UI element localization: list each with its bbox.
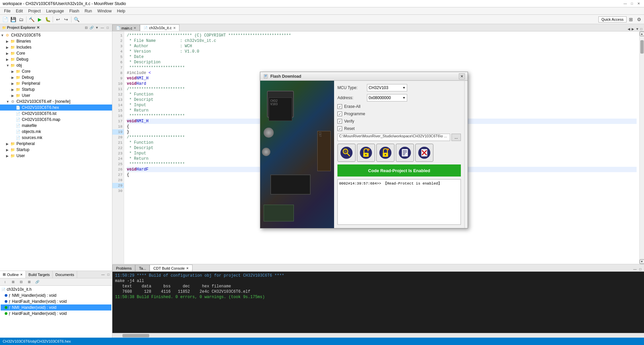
search-read-btn[interactable]	[337, 144, 356, 162]
quick-access-button[interactable]: Quick Access	[598, 16, 627, 22]
tree-peripheral[interactable]: ▶ 📁 Peripheral	[0, 141, 112, 147]
tab-ch32v10x-it-close[interactable]: ✕	[173, 26, 176, 30]
address-select[interactable]: 0x08000000 ▼	[367, 94, 407, 101]
tree-makefile[interactable]: 📄 makefile	[0, 123, 112, 129]
verify-row[interactable]: Verify	[337, 119, 461, 124]
tree-sources-mk[interactable]: 📄 sources.mk	[0, 135, 112, 141]
tab-cdt-build[interactable]: CDT Build Console ✕	[150, 265, 192, 271]
tab-main-c[interactable]: 📄 main.c ✕	[112, 24, 140, 31]
tab-tasks[interactable]: Ta...	[135, 265, 150, 271]
editor-maximize[interactable]: □	[640, 27, 643, 31]
outline-nmi-handler[interactable]: ƒ NMI_Handler(void) : void	[1, 292, 111, 298]
menu-run[interactable]: Run	[82, 8, 95, 14]
tab-cdt-close[interactable]: ✕	[186, 267, 189, 270]
panel-menu-btn[interactable]: ▼	[95, 25, 99, 30]
panel-maximize-btn[interactable]: □	[105, 25, 110, 30]
toolbar-redo[interactable]: ↪	[62, 16, 70, 23]
outline-filter-btn[interactable]: ⊞	[9, 278, 17, 286]
outline-sort-btn[interactable]: ↕	[1, 278, 9, 286]
erase-all-row[interactable]: Erase-All	[337, 104, 461, 109]
toolbar-settings[interactable]: ⚙	[635, 16, 643, 23]
tab-problems[interactable]: Problems	[112, 265, 135, 271]
panel-collapse-btn[interactable]: ⊟	[84, 25, 89, 30]
lock-open-btn[interactable]	[357, 144, 375, 162]
tree-obj[interactable]: ▼ 📁 obj	[0, 62, 112, 68]
erase-all-checkbox[interactable]	[337, 104, 342, 109]
tree-objects-mk[interactable]: 📄 objects.mk	[0, 129, 112, 135]
lock-closed-btn[interactable]	[376, 144, 394, 162]
tab-outline[interactable]: ⊞ Outline ✕	[0, 271, 26, 278]
menu-file[interactable]: File	[1, 8, 13, 14]
toolbar-new[interactable]: 📄	[1, 16, 9, 23]
path-input[interactable]: C:\MounRiver\MounRiver_Studio\workspace\…	[337, 134, 450, 141]
tree-includes[interactable]: ▶ 📁 Includes	[0, 44, 112, 50]
log-area[interactable]: 0002#14:39:57:684>> 【Read-Protect is ena…	[337, 179, 461, 225]
tree-debug[interactable]: ▶ 📁 Debug	[0, 56, 112, 62]
toolbar-build[interactable]: 🔨	[28, 16, 35, 23]
tab-documents[interactable]: Documents	[53, 271, 77, 278]
tree-binaries[interactable]: ▶ 📁 Binaries	[0, 38, 112, 44]
toolbar-perspectives[interactable]: ⊞	[627, 16, 635, 23]
code-read-button[interactable]: Code Read-Project Is Enabled	[337, 164, 461, 177]
outline-nmi-impl[interactable]: ƒ NMI_Handler(void) : void	[1, 304, 111, 310]
close-button[interactable]: ✕	[636, 1, 641, 6]
tree-elf[interactable]: ▼ ⚙ CH32V103C6T6.elf - [none/le]	[0, 98, 112, 105]
clear-btn[interactable]	[415, 144, 433, 162]
outline-expand-btn[interactable]: ⊞	[25, 278, 33, 286]
toolbar-search[interactable]: 🔍	[73, 16, 80, 23]
project-tree[interactable]: ▼ ⚙ CH32V103C6T6 ▶ 📁 Binaries ▶ 📁 Includ…	[0, 31, 112, 271]
tree-hex[interactable]: 📄 CH32V103C6T6.hex	[0, 105, 112, 111]
programme-checkbox[interactable]	[337, 112, 342, 116]
tree-obj-startup[interactable]: ▶ 📁 Startup	[0, 86, 112, 92]
outline-minimize-btn[interactable]: —	[101, 272, 105, 277]
bottom-minimize-btn[interactable]: —	[633, 267, 637, 271]
minimize-button[interactable]: —	[623, 1, 628, 6]
tree-core[interactable]: ▶ 📁 Core	[0, 50, 112, 56]
outline-hardfault-impl[interactable]: ƒ HardFault_Handler(void) : void	[1, 310, 111, 317]
menu-window[interactable]: Window	[95, 8, 114, 14]
scroll-down-btn[interactable]: ▼	[640, 259, 644, 264]
menu-project[interactable]: Project	[25, 8, 43, 14]
maximize-button[interactable]: □	[629, 1, 635, 6]
toolbar-run[interactable]: ▶	[36, 16, 43, 23]
mcu-type-select[interactable]: CH32V103 ▼	[367, 84, 407, 91]
tree-user[interactable]: ▶ 📁 User	[0, 153, 112, 159]
programme-row[interactable]: Programme	[337, 112, 461, 116]
scroll-thumb[interactable]	[640, 40, 644, 54]
editor-tab-left[interactable]: ◀	[627, 27, 631, 31]
editor-tab-right[interactable]: ▶	[631, 27, 635, 31]
flash-dialog[interactable]: Flash Download ✕ CH32V103	[260, 72, 468, 228]
editor-tab-menu[interactable]: ▼	[635, 27, 639, 31]
scroll-up-btn[interactable]: ▲	[640, 31, 644, 36]
editor-scrollbar[interactable]: ▲ ▼	[639, 31, 644, 264]
outline-hardfault-handler[interactable]: ƒ HardFault_Handler(void) : void	[1, 298, 111, 304]
outline-collapse-btn[interactable]: ⊟	[17, 278, 25, 286]
flash-dialog-close[interactable]: ✕	[459, 73, 465, 79]
tab-ch32v10x-it[interactable]: 📄 ch32v10x_it.c ✕	[140, 24, 179, 31]
bottom-scroll-thumb[interactable]	[122, 334, 149, 337]
toolbar-save-all[interactable]: 🗂	[17, 16, 25, 23]
outline-maximize-btn[interactable]: □	[106, 272, 111, 277]
tree-obj-debug[interactable]: ▶ 📁 Debug	[0, 74, 112, 80]
dialog-scrollbar[interactable]	[464, 81, 468, 228]
bottom-scrollbar[interactable]	[112, 333, 644, 338]
tab-build-targets[interactable]: Build Targets	[26, 271, 53, 278]
tree-startup[interactable]: ▶ 📁 Startup	[0, 147, 112, 153]
tree-obj-user[interactable]: ▶ 📁 User	[0, 92, 112, 98]
toolbar-save[interactable]: 💾	[9, 16, 17, 23]
menu-edit[interactable]: Edit	[13, 8, 25, 14]
menu-help[interactable]: Help	[114, 8, 128, 14]
bottom-maximize-btn[interactable]: □	[638, 267, 643, 271]
tree-obj-peripheral[interactable]: ▶ 📁 Peripheral	[0, 80, 112, 86]
toolbar-undo[interactable]: ↩	[54, 16, 62, 23]
reset-checkbox[interactable]	[337, 126, 342, 131]
browse-btn[interactable]: ...	[451, 134, 461, 141]
tree-obj-core[interactable]: ▶ 📁 Core	[0, 68, 112, 74]
menu-language[interactable]: Language	[43, 8, 66, 14]
read-all-btn[interactable]	[396, 144, 414, 162]
tree-root[interactable]: ▼ ⚙ CH32V103C6T6	[0, 32, 112, 38]
tree-lst[interactable]: 📄 CH32V103C6T6.lst	[0, 111, 112, 117]
outline-close[interactable]: ✕	[20, 273, 23, 276]
outline-link-btn[interactable]: 🔗	[34, 278, 41, 286]
reset-row[interactable]: Reset	[337, 126, 461, 131]
